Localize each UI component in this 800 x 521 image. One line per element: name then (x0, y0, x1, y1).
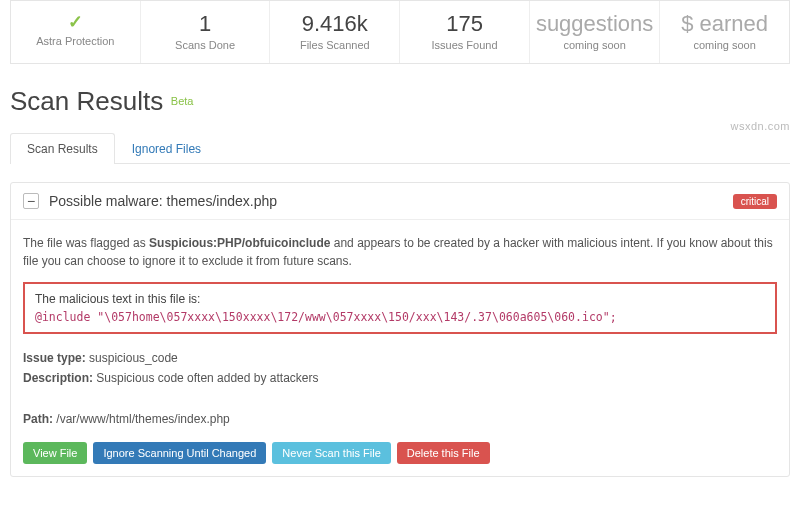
stat-earned: $ earned coming soon (659, 1, 789, 63)
issue-body: The file was flagged as Suspicious:PHP/o… (11, 220, 789, 476)
stat-protection: ✓ Astra Protection (11, 1, 140, 63)
issue-panel: − Possible malware: themes/index.php cri… (10, 182, 790, 477)
path-label: Path: (23, 412, 53, 426)
issue-type-label: Issue type: (23, 351, 86, 365)
stat-value: suggestions (536, 11, 653, 37)
malicious-code: @include "\057home\057xxxx\150xxxx\172/w… (35, 310, 765, 324)
description-row: Description: Suspicious code often added… (23, 368, 777, 388)
view-file-button[interactable]: View File (23, 442, 87, 464)
page-title: Scan Results (10, 86, 163, 117)
issue-meta: Issue type: suspicious_code Description:… (23, 348, 777, 430)
beta-tag: Beta (171, 95, 194, 107)
check-icon: ✓ (17, 11, 134, 33)
never-scan-button[interactable]: Never Scan this File (272, 442, 390, 464)
stat-value: 9.416k (276, 11, 393, 37)
stat-suggestions: suggestions coming soon (529, 1, 659, 63)
stat-label: coming soon (536, 39, 653, 51)
title-area: Scan Results Beta (0, 64, 800, 133)
stat-label: Files Scanned (276, 39, 393, 51)
stat-label: Issues Found (406, 39, 523, 51)
path-value: /var/www/html/themes/index.php (53, 412, 230, 426)
issue-type-row: Issue type: suspicious_code (23, 348, 777, 368)
malware-signature: Suspicious:PHP/obfuicoinclude (149, 236, 330, 250)
stat-scans: 1 Scans Done (140, 1, 270, 63)
stats-row: ✓ Astra Protection 1 Scans Done 9.416k F… (10, 0, 790, 64)
stat-value: 175 (406, 11, 523, 37)
description-label: Description: (23, 371, 93, 385)
tabs: Scan Results Ignored Files (10, 133, 790, 164)
desc-pre: The file was flagged as (23, 236, 149, 250)
stat-issues: 175 Issues Found (399, 1, 529, 63)
action-buttons: View File Ignore Scanning Until Changed … (23, 442, 777, 464)
ignore-until-changed-button[interactable]: Ignore Scanning Until Changed (93, 442, 266, 464)
tab-scan-results[interactable]: Scan Results (10, 133, 115, 164)
description-value: Suspicious code often added by attackers (93, 371, 318, 385)
collapse-icon[interactable]: − (23, 193, 39, 209)
tab-ignored-files[interactable]: Ignored Files (115, 133, 218, 164)
stat-label: Astra Protection (17, 35, 134, 47)
malicious-code-box: The malicious text in this file is: @inc… (23, 282, 777, 334)
severity-badge: critical (733, 194, 777, 209)
stat-label: coming soon (666, 39, 783, 51)
stat-value: $ earned (666, 11, 783, 37)
stat-value: 1 (147, 11, 264, 37)
issue-description: The file was flagged as Suspicious:PHP/o… (23, 234, 777, 270)
issue-header: − Possible malware: themes/index.php cri… (11, 183, 789, 220)
watermark: wsxdn.com (730, 120, 790, 132)
delete-file-button[interactable]: Delete this File (397, 442, 490, 464)
issue-title: Possible malware: themes/index.php (49, 193, 733, 209)
stat-files: 9.416k Files Scanned (269, 1, 399, 63)
stat-label: Scans Done (147, 39, 264, 51)
path-row: Path: /var/www/html/themes/index.php (23, 409, 777, 429)
issue-type-value: suspicious_code (86, 351, 178, 365)
code-box-label: The malicious text in this file is: (35, 292, 765, 306)
